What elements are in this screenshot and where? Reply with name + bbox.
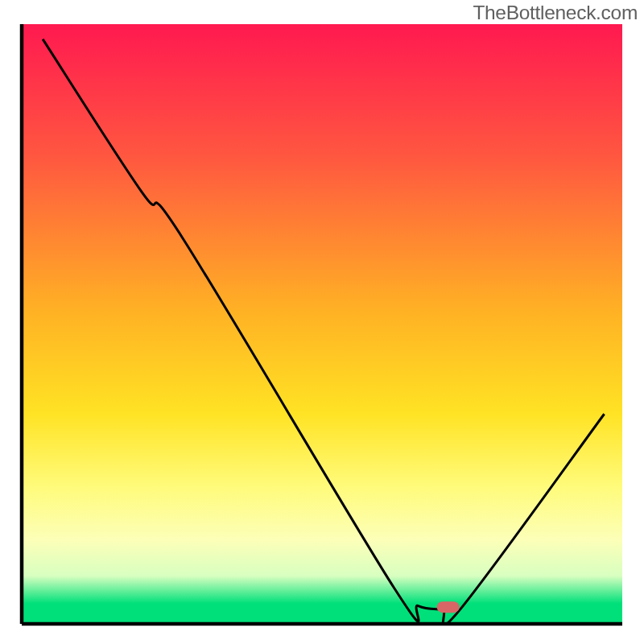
gradient-background — [22, 24, 622, 624]
optimal-marker — [437, 601, 460, 613]
chart-container: TheBottleneck.com — [0, 0, 644, 644]
bottleneck-chart — [0, 0, 644, 644]
plot-area — [22, 24, 622, 625]
watermark-text: TheBottleneck.com — [473, 2, 638, 24]
